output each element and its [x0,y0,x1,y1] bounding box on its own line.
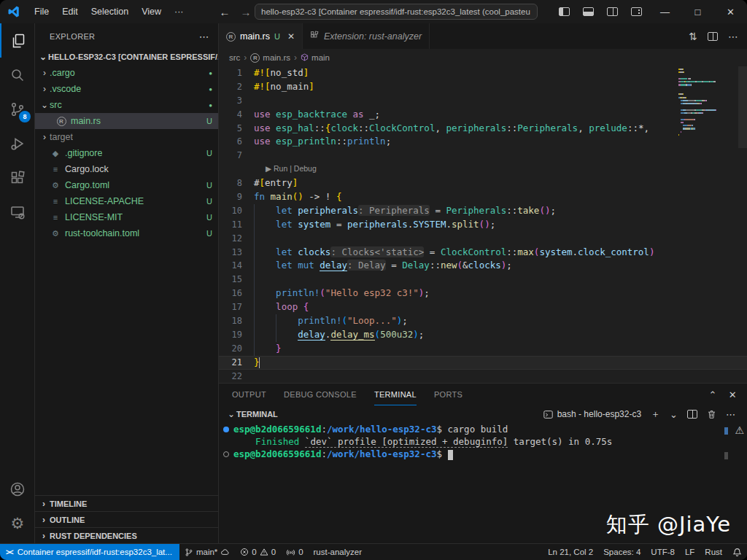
explorer-item-target[interactable]: ›target [35,129,218,145]
breadcrumb-src[interactable]: src [229,53,240,62]
editor-more-icon[interactable]: ⋯ [728,31,738,42]
notifications-bell-icon[interactable] [727,544,747,560]
code-line-10[interactable]: 10 let peripherals: Peripherals = Periph… [219,204,747,218]
terminal-line[interactable]: Finished `dev` profile [optimized + debu… [219,435,747,448]
code-line-22[interactable]: 22 [219,370,747,383]
toggle-panel-icon[interactable] [583,7,594,16]
explorer-item-src[interactable]: ⌄src● [35,97,218,113]
code-line-16[interactable]: 16 println!("Hello esp32 c3!"); [219,287,747,300]
code-line-9[interactable]: 9fn main() -> ! { [219,190,747,204]
code-line-14[interactable]: 14 let mut delay: Delay = Delay::new(&cl… [219,259,747,273]
terminal-more-icon[interactable]: ⋯ [726,409,735,420]
explorer-item--vscode[interactable]: ›.vscode● [35,81,218,97]
code-line-20[interactable]: 20 } [219,342,747,356]
editor-scrollbar[interactable] [738,66,747,148]
tab-extension-rust-analyzer[interactable]: Extension: rust-analyzer [303,23,430,49]
explorer-item--cargo[interactable]: ›.cargo● [35,65,218,81]
code-line-2[interactable]: 2#![no_main] [219,80,747,94]
nav-back-icon[interactable]: ← [220,6,231,18]
settings-gear-icon[interactable]: ⚙ [0,506,35,540]
explorer-item-cargo-toml[interactable]: ⚙Cargo.tomlU [35,177,218,193]
maximize-button[interactable]: □ [681,0,714,23]
explorer-item-main-rs[interactable]: Rmain.rsU [35,113,218,129]
terminal-dropdown-icon[interactable]: ⌄ [670,409,678,420]
menu-edit[interactable]: Edit [55,4,85,20]
language-mode-status[interactable]: Rust [700,544,727,560]
split-editor-icon[interactable] [708,32,718,41]
explorer-item-license-apache[interactable]: ≡LICENSE-APACHEU [35,193,218,209]
source-control-activity-icon[interactable]: 8 [0,92,35,126]
customize-layout-icon[interactable] [631,7,642,16]
cursor-position-status[interactable]: Ln 21, Col 2 [543,544,598,560]
code-line-15[interactable]: 15 [219,273,747,287]
close-button[interactable]: ✕ [714,0,747,23]
chevron-down-icon[interactable]: ⌄ [226,409,236,419]
ports-status[interactable]: 0 [281,544,308,560]
rust-analyzer-status[interactable]: rust-analyzer [309,544,367,560]
explorer-more-icon[interactable]: ⋯ [199,31,209,42]
explorer-item--gitignore[interactable]: ◆.gitignoreU [35,145,218,161]
toggle-sidebar-icon[interactable] [559,7,570,16]
remote-indicator[interactable]: >< Container espressif/idf-rust:esp32c3_… [0,544,179,560]
code-line-21[interactable]: 21} [219,356,747,370]
account-icon[interactable] [0,472,35,506]
terminal-line[interactable]: esp@b2d06659661d:/work/hello-esp32-c3$ c… [219,423,747,435]
menu-[interactable]: ··· [168,4,190,20]
code-line-4[interactable]: 4use esp_backtrace as _; [219,108,747,122]
code-line-5[interactable]: 5use esp_hal::{clock::ClockControl, peri… [219,122,747,136]
extensions-activity-icon[interactable] [0,160,35,195]
tab-main-rs[interactable]: Rmain.rsU✕ [219,23,303,49]
code-line-13[interactable]: 13 let clocks: Clocks<'static> = ClockCo… [219,246,747,260]
git-branch-status[interactable]: main* [179,544,235,560]
close-tab-icon[interactable]: ✕ [287,31,295,42]
explorer-item-rust-toolchain-toml[interactable]: ⚙rust-toolchain.tomlU [35,225,218,241]
kill-terminal-trash-icon[interactable] [707,409,716,419]
toggle-secondary-sidebar-icon[interactable] [607,7,618,16]
explorer-item-license-mit[interactable]: ≡LICENSE-MITU [35,209,218,225]
command-center-search[interactable]: hello-esp32-c3 [Container espressif/idf-… [255,4,538,20]
eol-status[interactable]: LF [680,544,700,560]
panel-tab-debug-console[interactable]: DEBUG CONSOLE [284,384,357,405]
explorer-activity-icon[interactable] [0,23,35,58]
code-line-7[interactable]: 7 [219,149,747,163]
code-line-17[interactable]: 17 loop { [219,300,747,314]
split-terminal-icon[interactable] [687,410,697,419]
warning-triangle-icon[interactable]: ⚠ [735,424,744,436]
code-line-19[interactable]: 19 delay.delay_ms(500u32); [219,328,747,342]
minimize-button[interactable]: — [649,0,681,23]
code-line-3[interactable]: 3 [219,94,747,108]
code-line-8[interactable]: 8#[entry] [219,176,747,190]
menu-file[interactable]: File [28,4,55,20]
section-timeline[interactable]: ›TIMELINE [35,495,218,511]
nav-forward-icon[interactable]: → [241,6,252,18]
panel-tab-output[interactable]: OUTPUT [232,384,266,405]
panel-collapse-icon[interactable]: ⌃ [709,389,717,400]
encoding-status[interactable]: UTF-8 [646,544,680,560]
problems-status[interactable]: 0 0 [235,544,281,560]
open-changes-icon[interactable]: ⇅ [689,31,697,42]
breadcrumb-main[interactable]: main [301,53,330,63]
code-line-1[interactable]: 1#![no_std] [219,66,747,80]
section-outline[interactable]: ›OUTLINE [35,511,218,527]
code-editor[interactable]: 1#![no_std]2#![no_main]34use esp_backtra… [219,66,747,383]
search-activity-icon[interactable] [0,58,35,92]
terminal-line[interactable]: esp@b2d06659661d:/work/hello-esp32-c3$ [219,448,747,460]
new-terminal-icon[interactable]: ＋ [651,408,660,421]
indentation-status[interactable]: Spaces: 4 [598,544,646,560]
code-line-11[interactable]: 11 let system = peripherals.SYSTEM.split… [219,218,747,232]
code-line-6[interactable]: 6use esp_println::println; [219,135,747,149]
run-debug-activity-icon[interactable] [0,126,35,160]
minimap[interactable] [678,69,738,140]
explorer-root-folder[interactable]: ⌄ HELLO-ESP32-C3 [CONTAINER ESPRESSIF/..… [35,49,218,65]
menu-view[interactable]: View [135,4,168,20]
breadcrumb[interactable]: src›Rmain.rs›main [219,49,747,66]
panel-close-icon[interactable]: ✕ [729,389,737,400]
explorer-item-cargo-lock[interactable]: ≡Cargo.lock [35,161,218,177]
codelens-run-debug[interactable]: ▶ Run | Debug [219,163,747,176]
menu-selection[interactable]: Selection [85,4,135,20]
code-line-12[interactable]: 12 [219,232,747,246]
panel-tab-ports[interactable]: PORTS [434,384,462,405]
breadcrumb-main-rs[interactable]: Rmain.rs [250,52,290,63]
code-line-18[interactable]: 18 println!("Loop..."); [219,314,747,328]
remote-explorer-activity-icon[interactable] [0,195,35,229]
